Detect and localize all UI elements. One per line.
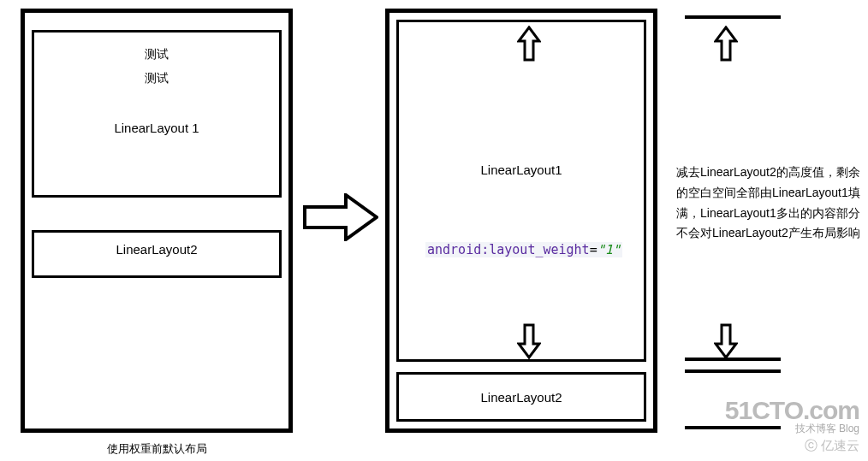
bracket-line-top bbox=[685, 15, 781, 19]
watermark-main: 51CTO.com bbox=[725, 396, 859, 425]
code-eq: = bbox=[590, 242, 597, 257]
arrow-up-icon bbox=[517, 26, 541, 62]
right-linearlayout1-label: LinearLayout1 bbox=[389, 163, 653, 177]
svg-marker-0 bbox=[305, 195, 377, 239]
left-phone-frame: 测试 测试 LinearLayout 1 LinearLayout2 bbox=[21, 9, 293, 433]
right-phone-frame: LinearLayout1 android:layout_weight="1" … bbox=[385, 9, 657, 433]
right-linearlayout1-box bbox=[396, 20, 646, 362]
left-test-text-1: 测试 bbox=[25, 47, 288, 62]
svg-marker-2 bbox=[519, 325, 539, 358]
bracket-arrow-up-icon bbox=[714, 26, 738, 62]
left-linearlayout2-label: LinearLayout2 bbox=[25, 242, 288, 257]
code-layout-weight: android:layout_weight="1" bbox=[425, 242, 622, 257]
arrow-down-icon bbox=[517, 323, 541, 359]
watermark-yisu: ⓒ 亿速云 bbox=[725, 438, 859, 454]
svg-marker-4 bbox=[716, 325, 736, 358]
bracket-arrow-down-icon bbox=[714, 323, 738, 359]
code-attr: android:layout_weight bbox=[427, 242, 590, 257]
watermark: 51CTO.com 技术博客 Blog ⓒ 亿速云 bbox=[725, 396, 859, 454]
arrow-right-icon bbox=[303, 193, 378, 241]
right-linearlayout2-label: LinearLayout2 bbox=[389, 390, 653, 405]
svg-marker-1 bbox=[519, 27, 539, 60]
svg-marker-3 bbox=[716, 27, 736, 60]
left-linearlayout1-label: LinearLayout 1 bbox=[25, 121, 288, 135]
bracket-line-mid-lower bbox=[685, 369, 781, 373]
left-caption: 使用权重前默认布局 bbox=[21, 441, 293, 457]
left-test-text-2: 测试 bbox=[25, 71, 288, 86]
code-val: "1" bbox=[597, 242, 621, 257]
bracket-line-bottom bbox=[685, 426, 781, 429]
explanation-text: 减去LinearLayout2的高度值，剩余的空白空间全部由LinearLayo… bbox=[676, 163, 861, 244]
